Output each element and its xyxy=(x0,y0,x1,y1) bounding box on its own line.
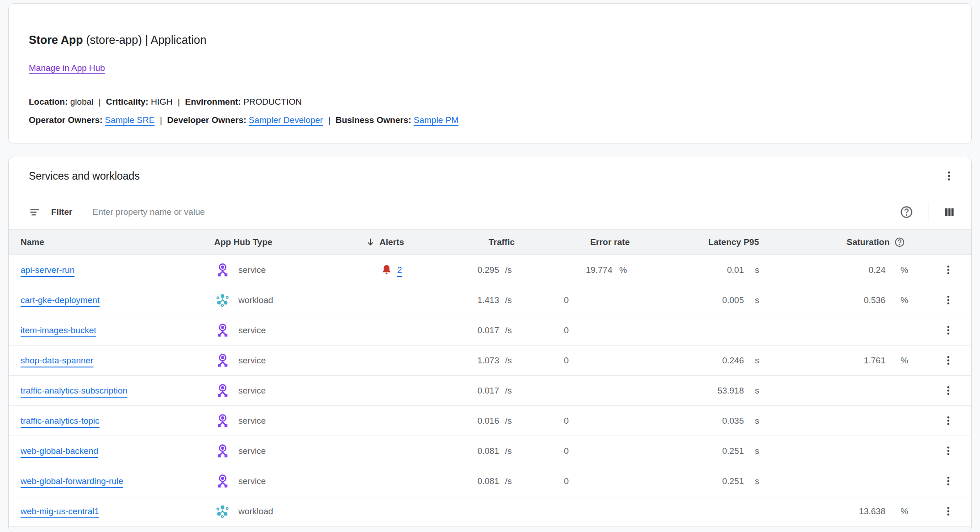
row-actions-button[interactable] xyxy=(940,473,957,489)
kebab-menu-icon xyxy=(943,385,954,396)
workload-icon xyxy=(215,504,230,519)
app-owners-line: Operator Owners: Sample SRE | Developer … xyxy=(29,113,951,127)
panel-overflow-menu-button[interactable] xyxy=(940,167,958,185)
toolbar-divider xyxy=(928,202,928,222)
error-rate-cell: 0 xyxy=(520,295,635,305)
column-header-app-hub-type[interactable]: App Hub Type xyxy=(214,237,356,247)
page-title: Store App (store-app) | Application xyxy=(29,32,951,48)
operator-owner-link[interactable]: Sample SRE xyxy=(105,115,155,125)
kebab-menu-icon xyxy=(943,445,954,457)
service-name-link[interactable]: traffic-analytics-subscription xyxy=(21,386,127,396)
latency-cell: 0.251s xyxy=(635,476,764,486)
column-header-saturation[interactable]: Saturation xyxy=(764,237,911,248)
filter-icon xyxy=(29,206,41,218)
table-header-row: Name App Hub Type Alerts Traffic Error r… xyxy=(9,229,971,255)
traffic-cell: 1.073/s xyxy=(427,356,520,366)
app-title-suffix: (store-app) | Application xyxy=(83,33,207,46)
environment-value: PRODUCTION xyxy=(243,97,302,106)
panel-title: Services and workloads xyxy=(29,170,940,182)
row-actions-button[interactable] xyxy=(940,442,957,459)
service-name-link[interactable]: cart-gke-deployment xyxy=(21,295,100,305)
service-icon xyxy=(215,383,230,398)
latency-cell: 0.251s xyxy=(635,446,764,456)
traffic-cell: 0.081/s xyxy=(427,446,520,456)
service-icon xyxy=(215,353,230,368)
latency-cell: 0.01s xyxy=(635,265,764,275)
table-row: cart-gke-deployment workload 1.413/s 0 0… xyxy=(9,285,971,315)
question-circle-icon xyxy=(900,205,913,219)
column-header-name[interactable]: Name xyxy=(9,237,214,247)
filter-help-button[interactable] xyxy=(897,202,916,222)
service-name-link[interactable]: web-global-forwarding-rule xyxy=(21,476,123,486)
column-display-icon xyxy=(943,206,956,218)
saturation-help-icon[interactable] xyxy=(894,237,905,248)
column-header-latency-p95[interactable]: Latency P95 xyxy=(635,237,764,247)
row-actions-button[interactable] xyxy=(940,503,957,520)
latency-cell: 0.246s xyxy=(635,356,764,366)
table-row: traffic-analytics-topic service 0.016/s … xyxy=(9,406,971,436)
app-hub-type-label: workload xyxy=(238,295,273,305)
app-hub-type-label: service xyxy=(238,416,266,426)
column-header-error-rate[interactable]: Error rate xyxy=(520,237,635,247)
column-header-alerts[interactable]: Alerts xyxy=(356,237,427,248)
sort-descending-icon xyxy=(365,237,376,248)
error-rate-cell: 0 xyxy=(520,356,635,366)
app-hub-type-label: workload xyxy=(238,506,273,516)
service-name-link[interactable]: traffic-analytics-topic xyxy=(21,416,100,426)
application-summary-card: Store App (store-app) | Application Mana… xyxy=(8,3,972,144)
service-name-link[interactable]: shop-data-spanner xyxy=(21,356,94,366)
traffic-cell: 1.413/s xyxy=(427,295,520,305)
filter-input[interactable] xyxy=(91,207,897,218)
error-rate-cell: 19.774% xyxy=(520,265,635,275)
saturation-cell: 1.761% xyxy=(764,356,911,366)
app-hub-type-label: service xyxy=(238,265,266,275)
latency-cell: 0.035s xyxy=(635,416,764,426)
row-actions-button[interactable] xyxy=(940,412,957,429)
service-icon xyxy=(215,262,230,277)
service-name-link[interactable]: web-global-backend xyxy=(21,446,98,456)
filter-bar: Filter xyxy=(9,195,971,229)
separator: | xyxy=(157,115,165,125)
error-rate-cell: 0 xyxy=(520,446,635,456)
kebab-menu-icon xyxy=(943,170,955,182)
row-actions-button[interactable] xyxy=(940,382,957,399)
row-actions-button[interactable] xyxy=(940,352,957,369)
developer-owner-link[interactable]: Sampler Developer xyxy=(249,115,323,125)
separator: | xyxy=(325,115,333,125)
table-row: traffic-analytics-subscription service 0… xyxy=(9,376,971,406)
criticality-value: HIGH xyxy=(151,97,173,106)
table-row: item-images-bucket service 0.017/s 0 xyxy=(9,315,971,346)
row-actions-button[interactable] xyxy=(940,322,957,339)
app-hub-type-label: service xyxy=(238,476,266,486)
service-icon xyxy=(215,413,230,428)
traffic-cell: 0.017/s xyxy=(427,386,520,396)
app-name: Store App xyxy=(29,33,83,46)
column-header-traffic[interactable]: Traffic xyxy=(427,237,520,247)
kebab-menu-icon xyxy=(943,264,954,276)
service-icon xyxy=(215,443,230,458)
separator: | xyxy=(175,97,183,106)
row-actions-button[interactable] xyxy=(940,261,957,278)
error-rate-cell: 0 xyxy=(520,325,635,335)
kebab-menu-icon xyxy=(943,415,954,426)
service-name-link[interactable]: item-images-bucket xyxy=(21,325,96,335)
business-owner-link[interactable]: Sample PM xyxy=(414,115,458,125)
app-hub-type-label: service xyxy=(238,386,266,396)
app-hub-type-label: service xyxy=(238,325,266,335)
service-icon xyxy=(215,473,230,489)
alert-count-link[interactable]: 2 xyxy=(397,265,402,275)
saturation-cell: 0.536% xyxy=(764,295,911,305)
location-value: global xyxy=(70,97,94,106)
row-actions-button[interactable] xyxy=(940,292,957,309)
alert-bell-icon xyxy=(380,264,393,276)
service-icon xyxy=(215,323,230,338)
manage-in-app-hub-link[interactable]: Manage in App Hub xyxy=(29,63,105,73)
column-display-options-button[interactable] xyxy=(940,203,959,221)
service-name-link[interactable]: api-server-run xyxy=(21,265,74,275)
environment-label: Environment: xyxy=(185,97,241,106)
table-row: web-global-backend service 0.081/s 0 0.2… xyxy=(9,436,971,466)
app-hub-type-label: service xyxy=(238,356,266,366)
service-name-link[interactable]: web-mig-us-central1 xyxy=(21,506,99,516)
table-row: shop-data-spanner service 1.073/s 0 0.24… xyxy=(9,346,971,376)
error-rate-cell: 0 xyxy=(520,416,635,426)
